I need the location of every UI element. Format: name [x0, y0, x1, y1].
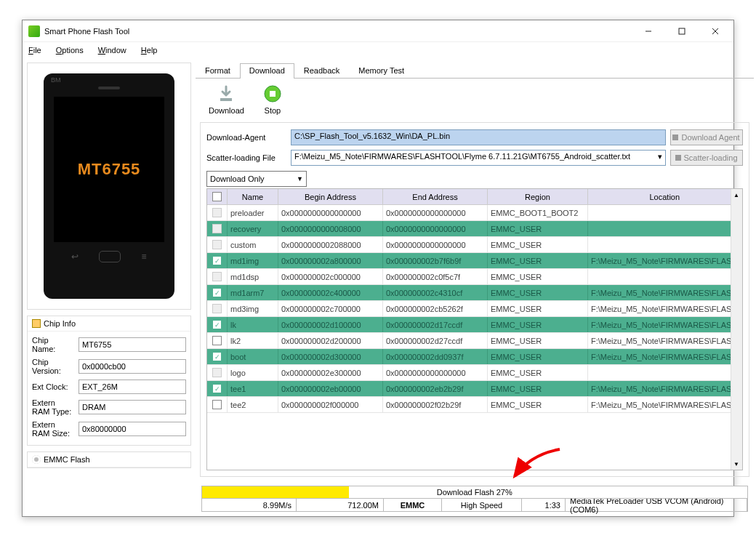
- row-begin: 0x000000002c000000: [278, 269, 383, 284]
- col-location[interactable]: Location: [588, 189, 742, 204]
- row-end: 0x000000002eb2b29f: [383, 381, 488, 396]
- progress-label: Download Flash 27%: [437, 488, 512, 497]
- row-region: EMMC_USER: [488, 333, 588, 348]
- ram-type-field[interactable]: [79, 400, 186, 414]
- row-end: 0x000000002dd0937f: [383, 349, 488, 364]
- row-region: EMMC_USER: [488, 365, 588, 380]
- app-window: Smart Phone Flash Tool File Options Wind…: [22, 20, 734, 517]
- download-button[interactable]: Download: [209, 83, 244, 115]
- app-icon: [28, 25, 40, 37]
- table-row[interactable]: ✓md1arm70x000000002c4000000x000000002c43…: [207, 285, 742, 301]
- table-row[interactable]: ✓lk20x000000002d2000000x000000002d27ccdf…: [207, 333, 742, 349]
- chip-info-title: Chip Info: [44, 319, 76, 328]
- chip-name-label: Chip Name:: [32, 336, 74, 353]
- row-begin: 0x000000002eb00000: [278, 381, 383, 396]
- table-row[interactable]: md1dsp0x000000002c0000000x000000002c0f5c…: [207, 269, 742, 285]
- row-region: EMMC_USER: [488, 349, 588, 364]
- tab-download[interactable]: Download: [240, 63, 294, 79]
- col-name[interactable]: Name: [228, 189, 278, 204]
- status-time: 1:33: [522, 499, 566, 511]
- row-region: EMMC_USER: [488, 301, 588, 316]
- table-row[interactable]: logo0x000000002e3000000x0000000000000000…: [207, 365, 742, 381]
- ext-clock-field[interactable]: [79, 380, 186, 394]
- col-region[interactable]: Region: [488, 189, 588, 204]
- row-checkbox[interactable]: [212, 368, 222, 377]
- row-end: 0x000000002f02b29f: [383, 397, 488, 412]
- row-end: 0x0000000000000000: [383, 365, 488, 380]
- row-name: md1arm7: [228, 285, 278, 300]
- row-location: [588, 221, 742, 236]
- download-mode-select[interactable]: Download Only▼: [206, 171, 307, 187]
- chip-version-field[interactable]: [79, 359, 186, 374]
- col-end[interactable]: End Address: [383, 189, 488, 204]
- menu-file[interactable]: File: [25, 44, 44, 56]
- row-name: logo: [228, 365, 278, 380]
- col-begin[interactable]: Begin Address: [278, 189, 383, 204]
- row-checkbox[interactable]: [212, 224, 222, 233]
- row-end: 0x0000000000000000: [383, 221, 488, 236]
- ext-clock-label: Ext Clock:: [32, 382, 74, 391]
- table-row[interactable]: preloader0x00000000000000000x00000000000…: [207, 205, 742, 221]
- maximize-button[interactable]: [665, 20, 699, 42]
- chevron-down-icon[interactable]: ▾: [658, 152, 662, 164]
- row-end: 0x000000002b7f6b9f: [383, 253, 488, 268]
- scatter-file-label: Scatter-loading File: [206, 153, 286, 162]
- table-row[interactable]: recovery0x00000000000080000x000000000000…: [207, 221, 742, 237]
- svg-rect-6: [270, 91, 276, 97]
- row-checkbox[interactable]: ✓: [212, 320, 222, 329]
- row-checkbox[interactable]: [212, 240, 222, 249]
- row-begin: 0x000000002e300000: [278, 365, 383, 380]
- row-checkbox[interactable]: [212, 208, 222, 217]
- download-agent-field[interactable]: C:\SP_Flash_Tool_v5.1632_Win\DA_PL.bin: [291, 129, 666, 145]
- scatter-loading-button[interactable]: Scatter-loading: [670, 150, 743, 166]
- row-end: 0x000000002d27ccdf: [383, 333, 488, 348]
- row-begin: 0x0000000000008000: [278, 221, 383, 236]
- tab-readback[interactable]: Readback: [294, 63, 350, 79]
- row-location: F:\Meizu_M5_Note\FIRMWARES\FLAS...: [588, 381, 742, 396]
- table-scrollbar[interactable]: ▲▼: [731, 189, 742, 470]
- row-checkbox[interactable]: ✓: [212, 256, 222, 265]
- table-row[interactable]: ✓boot0x000000002d3000000x000000002dd0937…: [207, 349, 742, 365]
- row-region: EMMC_USER: [488, 237, 588, 252]
- row-checkbox[interactable]: [212, 304, 222, 313]
- menu-options[interactable]: Options: [53, 44, 87, 56]
- ram-size-field[interactable]: [79, 422, 186, 436]
- tab-bar: Format Download Readback Memory Test: [196, 63, 754, 79]
- menu-window[interactable]: Window: [95, 44, 129, 56]
- menu-help[interactable]: Help: [138, 44, 161, 56]
- table-row[interactable]: ✓md1img0x000000002a8000000x000000002b7f6…: [207, 253, 742, 269]
- stop-icon: [262, 83, 284, 105]
- tab-memory-test[interactable]: Memory Test: [349, 63, 414, 79]
- table-row[interactable]: ✓tee10x000000002eb000000x000000002eb2b29…: [207, 381, 742, 397]
- download-agent-button[interactable]: Download Agent: [670, 129, 743, 145]
- row-name: tee2: [228, 397, 278, 412]
- tab-format[interactable]: Format: [196, 63, 240, 79]
- row-location: F:\Meizu_M5_Note\FIRMWARES\FLAS...: [588, 333, 742, 348]
- stop-button[interactable]: Stop: [262, 83, 284, 115]
- row-begin: 0x000000002a800000: [278, 253, 383, 268]
- row-checkbox[interactable]: ✓: [212, 336, 222, 345]
- select-all-checkbox[interactable]: [212, 192, 222, 201]
- table-row[interactable]: ✓lk0x000000002d1000000x000000002d17ccdfE…: [207, 317, 742, 333]
- row-name: boot: [228, 349, 278, 364]
- chip-name-field[interactable]: [79, 337, 186, 352]
- row-checkbox[interactable]: ✓: [212, 400, 222, 409]
- row-checkbox[interactable]: [212, 272, 222, 281]
- status-device: MediaTek PreLoader USB VCOM (Android) (C…: [566, 499, 747, 511]
- table-row[interactable]: md3img0x000000002c7000000x000000002cb526…: [207, 301, 742, 317]
- row-location: [588, 269, 742, 284]
- row-checkbox[interactable]: ✓: [212, 384, 222, 393]
- row-begin: 0x0000000000000000: [278, 205, 383, 220]
- chip-icon: [32, 319, 41, 328]
- row-checkbox[interactable]: ✓: [212, 352, 222, 361]
- table-row[interactable]: ✓tee20x000000002f0000000x000000002f02b29…: [207, 397, 742, 413]
- minimize-button[interactable]: [632, 20, 665, 42]
- row-checkbox[interactable]: ✓: [212, 288, 222, 297]
- close-button[interactable]: [699, 20, 732, 42]
- row-location: [588, 365, 742, 380]
- table-row[interactable]: custom0x00000000020880000x00000000000000…: [207, 237, 742, 253]
- status-bar: 8.99M/s 712.00M EMMC High Speed 1:33 Med…: [201, 499, 748, 512]
- emmc-flash-title: EMMC Flash: [44, 455, 90, 464]
- scatter-file-field[interactable]: F:\Meizu_M5_Note\FIRMWARES\FLASHTOOL\Fly…: [291, 150, 666, 166]
- chip-info-panel: Chip Info Chip Name: Chip Version: Ext C…: [27, 316, 191, 446]
